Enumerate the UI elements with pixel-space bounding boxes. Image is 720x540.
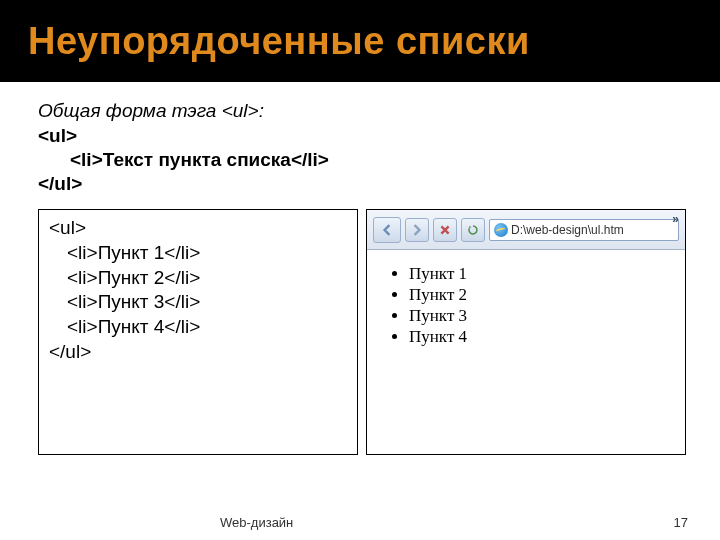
list-item: Пункт 4 — [409, 327, 671, 347]
browser-toolbar: D:\web-design\ul.htm » — [367, 210, 685, 250]
refresh-icon — [467, 224, 479, 236]
list-item: Пункт 1 — [409, 264, 671, 284]
example-code-box: <ul> <li>Пункт 1</li> <li>Пункт 2</li> <… — [38, 209, 358, 455]
code-line: <ul> — [49, 216, 347, 241]
title-bar: Неупорядоченные списки — [0, 0, 720, 82]
browser-body: Пункт 1 Пункт 2 Пункт 3 Пункт 4 — [367, 250, 685, 454]
code-line: </ul> — [38, 173, 82, 194]
address-text: D:\web-design\ul.htm — [511, 223, 624, 237]
list-item: Пункт 3 — [409, 306, 671, 326]
rendered-list: Пункт 1 Пункт 2 Пункт 3 Пункт 4 — [381, 264, 671, 347]
stop-button[interactable] — [433, 218, 457, 242]
code-line: <li>Пункт 1</li> — [49, 241, 347, 266]
chevrons-icon[interactable]: » — [672, 212, 679, 226]
refresh-button[interactable] — [461, 218, 485, 242]
page-number: 17 — [674, 515, 688, 530]
code-line: <li>Пункт 4</li> — [49, 315, 347, 340]
code-line: <ul> — [38, 125, 77, 146]
address-bar[interactable]: D:\web-design\ul.htm — [489, 219, 679, 241]
example-row: <ul> <li>Пункт 1</li> <li>Пункт 2</li> <… — [38, 209, 692, 455]
intro-text: Общая форма тэга <ul>: — [38, 100, 692, 122]
code-line: <li>Текст пункта списка</li> — [38, 148, 692, 172]
browser-preview: D:\web-design\ul.htm » Пункт 1 Пункт 2 П… — [366, 209, 686, 455]
footer: Web-дизайн 17 — [0, 515, 720, 530]
code-line: <li>Пункт 2</li> — [49, 266, 347, 291]
slide-title: Неупорядоченные списки — [28, 20, 530, 63]
code-line: <li>Пункт 3</li> — [49, 290, 347, 315]
ie-icon — [494, 223, 508, 237]
arrow-right-icon — [411, 224, 423, 236]
code-line: </ul> — [49, 340, 347, 365]
forward-button[interactable] — [405, 218, 429, 242]
general-code-block: <ul> <li>Текст пункта списка</li> </ul> — [38, 124, 692, 195]
back-button[interactable] — [373, 217, 401, 243]
list-item: Пункт 2 — [409, 285, 671, 305]
arrow-left-icon — [381, 224, 393, 236]
slide-content: Общая форма тэга <ul>: <ul> <li>Текст пу… — [0, 82, 720, 455]
footer-label: Web-дизайн — [220, 515, 293, 530]
x-icon — [439, 224, 451, 236]
